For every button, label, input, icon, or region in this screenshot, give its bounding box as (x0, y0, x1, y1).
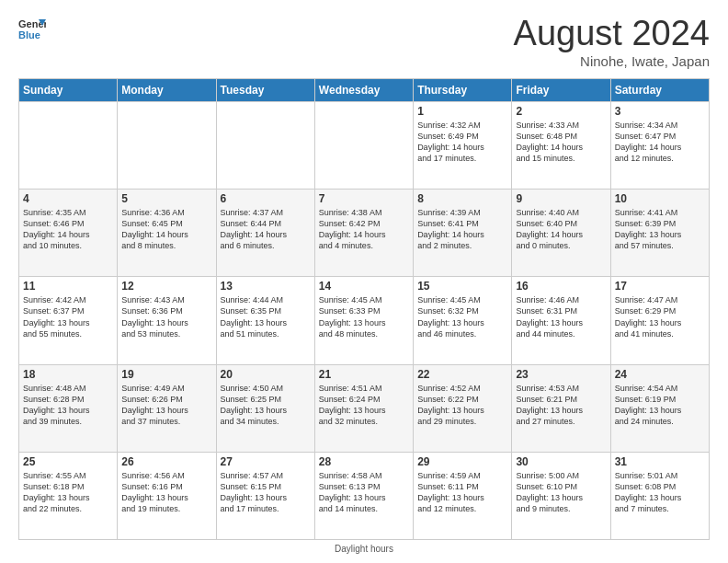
day-number: 1 (417, 105, 507, 118)
footer-note: Daylight hours (18, 544, 710, 554)
svg-text:Blue: Blue (18, 29, 40, 40)
day-number: 7 (319, 192, 409, 205)
day-cell: 31Sunrise: 5:01 AM Sunset: 6:08 PM Dayli… (610, 452, 709, 539)
day-number: 25 (23, 455, 113, 468)
title-block: August 2024 Ninohe, Iwate, Japan (514, 15, 710, 69)
day-cell (216, 101, 314, 189)
day-cell: 3Sunrise: 4:34 AM Sunset: 6:47 PM Daylig… (610, 101, 709, 189)
day-cell: 7Sunrise: 4:38 AM Sunset: 6:42 PM Daylig… (314, 190, 413, 277)
day-number: 26 (121, 455, 211, 468)
weekday-header-thursday: Thursday (414, 78, 512, 101)
day-info: Sunrise: 4:39 AM Sunset: 6:41 PM Dayligh… (417, 207, 507, 252)
day-cell: 24Sunrise: 4:54 AM Sunset: 6:19 PM Dayli… (610, 364, 709, 452)
day-number: 31 (615, 455, 705, 468)
weekday-header-saturday: Saturday (610, 78, 709, 101)
day-info: Sunrise: 4:56 AM Sunset: 6:16 PM Dayligh… (121, 470, 211, 515)
daylight-label: Daylight hours (335, 544, 393, 554)
week-row-4: 18Sunrise: 4:48 AM Sunset: 6:28 PM Dayli… (19, 364, 710, 452)
day-info: Sunrise: 4:34 AM Sunset: 6:47 PM Dayligh… (615, 120, 705, 165)
day-info: Sunrise: 4:49 AM Sunset: 6:26 PM Dayligh… (121, 383, 211, 428)
weekday-header-monday: Monday (118, 78, 216, 101)
day-number: 8 (417, 192, 507, 205)
day-info: Sunrise: 4:52 AM Sunset: 6:22 PM Dayligh… (417, 383, 507, 428)
day-number: 24 (615, 368, 705, 381)
day-number: 21 (319, 368, 409, 381)
day-info: Sunrise: 4:58 AM Sunset: 6:13 PM Dayligh… (319, 470, 409, 515)
weekday-header-wednesday: Wednesday (314, 78, 413, 101)
day-info: Sunrise: 4:38 AM Sunset: 6:42 PM Dayligh… (319, 207, 409, 252)
day-info: Sunrise: 4:45 AM Sunset: 6:32 PM Dayligh… (417, 294, 507, 339)
day-info: Sunrise: 4:32 AM Sunset: 6:49 PM Dayligh… (417, 120, 507, 165)
week-row-3: 11Sunrise: 4:42 AM Sunset: 6:37 PM Dayli… (19, 277, 710, 364)
day-cell: 2Sunrise: 4:33 AM Sunset: 6:48 PM Daylig… (512, 101, 610, 189)
weekday-header-row: SundayMondayTuesdayWednesdayThursdayFrid… (19, 78, 710, 101)
day-info: Sunrise: 4:48 AM Sunset: 6:28 PM Dayligh… (23, 383, 113, 428)
main-title: August 2024 (514, 15, 710, 53)
logo-icon: General Blue (18, 15, 46, 42)
day-info: Sunrise: 4:46 AM Sunset: 6:31 PM Dayligh… (516, 294, 606, 339)
day-cell: 29Sunrise: 4:59 AM Sunset: 6:11 PM Dayli… (414, 452, 512, 539)
calendar-table: SundayMondayTuesdayWednesdayThursdayFrid… (18, 78, 710, 540)
weekday-header-tuesday: Tuesday (216, 78, 314, 101)
day-info: Sunrise: 4:55 AM Sunset: 6:18 PM Dayligh… (23, 470, 113, 515)
logo: General Blue (18, 15, 46, 42)
day-number: 18 (23, 368, 113, 381)
day-info: Sunrise: 4:36 AM Sunset: 6:45 PM Dayligh… (121, 207, 211, 252)
day-cell: 6Sunrise: 4:37 AM Sunset: 6:44 PM Daylig… (216, 190, 314, 277)
day-cell: 13Sunrise: 4:44 AM Sunset: 6:35 PM Dayli… (216, 277, 314, 364)
weekday-header-friday: Friday (512, 78, 610, 101)
day-number: 12 (121, 280, 211, 293)
day-info: Sunrise: 4:35 AM Sunset: 6:46 PM Dayligh… (23, 207, 113, 252)
day-cell: 12Sunrise: 4:43 AM Sunset: 6:36 PM Dayli… (118, 277, 216, 364)
day-number: 28 (319, 455, 409, 468)
day-cell: 15Sunrise: 4:45 AM Sunset: 6:32 PM Dayli… (414, 277, 512, 364)
day-info: Sunrise: 4:45 AM Sunset: 6:33 PM Dayligh… (319, 294, 409, 339)
day-cell: 14Sunrise: 4:45 AM Sunset: 6:33 PM Dayli… (314, 277, 413, 364)
day-info: Sunrise: 5:01 AM Sunset: 6:08 PM Dayligh… (615, 470, 705, 515)
header: General Blue August 2024 Ninohe, Iwate, … (18, 15, 710, 69)
subtitle: Ninohe, Iwate, Japan (514, 53, 710, 69)
day-number: 22 (417, 368, 507, 381)
day-cell: 8Sunrise: 4:39 AM Sunset: 6:41 PM Daylig… (414, 190, 512, 277)
day-cell: 21Sunrise: 4:51 AM Sunset: 6:24 PM Dayli… (314, 364, 413, 452)
day-number: 13 (221, 280, 311, 293)
day-number: 5 (121, 192, 211, 205)
day-info: Sunrise: 4:37 AM Sunset: 6:44 PM Dayligh… (221, 207, 311, 252)
day-number: 30 (516, 455, 606, 468)
day-cell: 4Sunrise: 4:35 AM Sunset: 6:46 PM Daylig… (19, 190, 118, 277)
day-cell: 26Sunrise: 4:56 AM Sunset: 6:16 PM Dayli… (118, 452, 216, 539)
day-info: Sunrise: 4:42 AM Sunset: 6:37 PM Dayligh… (23, 294, 113, 339)
day-number: 17 (615, 280, 705, 293)
day-info: Sunrise: 5:00 AM Sunset: 6:10 PM Dayligh… (516, 470, 606, 515)
day-info: Sunrise: 4:47 AM Sunset: 6:29 PM Dayligh… (615, 294, 705, 339)
day-info: Sunrise: 4:33 AM Sunset: 6:48 PM Dayligh… (516, 120, 606, 165)
day-info: Sunrise: 4:40 AM Sunset: 6:40 PM Dayligh… (516, 207, 606, 252)
week-row-5: 25Sunrise: 4:55 AM Sunset: 6:18 PM Dayli… (19, 452, 710, 539)
day-number: 23 (516, 368, 606, 381)
day-number: 29 (417, 455, 507, 468)
day-cell: 10Sunrise: 4:41 AM Sunset: 6:39 PM Dayli… (610, 190, 709, 277)
day-number: 14 (319, 280, 409, 293)
day-cell: 1Sunrise: 4:32 AM Sunset: 6:49 PM Daylig… (414, 101, 512, 189)
day-info: Sunrise: 4:59 AM Sunset: 6:11 PM Dayligh… (417, 470, 507, 515)
week-row-2: 4Sunrise: 4:35 AM Sunset: 6:46 PM Daylig… (19, 190, 710, 277)
day-cell: 20Sunrise: 4:50 AM Sunset: 6:25 PM Dayli… (216, 364, 314, 452)
day-number: 20 (221, 368, 311, 381)
day-info: Sunrise: 4:57 AM Sunset: 6:15 PM Dayligh… (221, 470, 311, 515)
day-cell: 9Sunrise: 4:40 AM Sunset: 6:40 PM Daylig… (512, 190, 610, 277)
day-info: Sunrise: 4:44 AM Sunset: 6:35 PM Dayligh… (221, 294, 311, 339)
day-info: Sunrise: 4:51 AM Sunset: 6:24 PM Dayligh… (319, 383, 409, 428)
day-cell: 11Sunrise: 4:42 AM Sunset: 6:37 PM Dayli… (19, 277, 118, 364)
day-number: 6 (221, 192, 311, 205)
day-number: 16 (516, 280, 606, 293)
day-cell: 23Sunrise: 4:53 AM Sunset: 6:21 PM Dayli… (512, 364, 610, 452)
day-cell: 30Sunrise: 5:00 AM Sunset: 6:10 PM Dayli… (512, 452, 610, 539)
day-cell: 18Sunrise: 4:48 AM Sunset: 6:28 PM Dayli… (19, 364, 118, 452)
day-info: Sunrise: 4:50 AM Sunset: 6:25 PM Dayligh… (221, 383, 311, 428)
day-number: 4 (23, 192, 113, 205)
day-number: 3 (615, 105, 705, 118)
day-cell: 25Sunrise: 4:55 AM Sunset: 6:18 PM Dayli… (19, 452, 118, 539)
day-info: Sunrise: 4:53 AM Sunset: 6:21 PM Dayligh… (516, 383, 606, 428)
day-number: 15 (417, 280, 507, 293)
day-cell: 19Sunrise: 4:49 AM Sunset: 6:26 PM Dayli… (118, 364, 216, 452)
